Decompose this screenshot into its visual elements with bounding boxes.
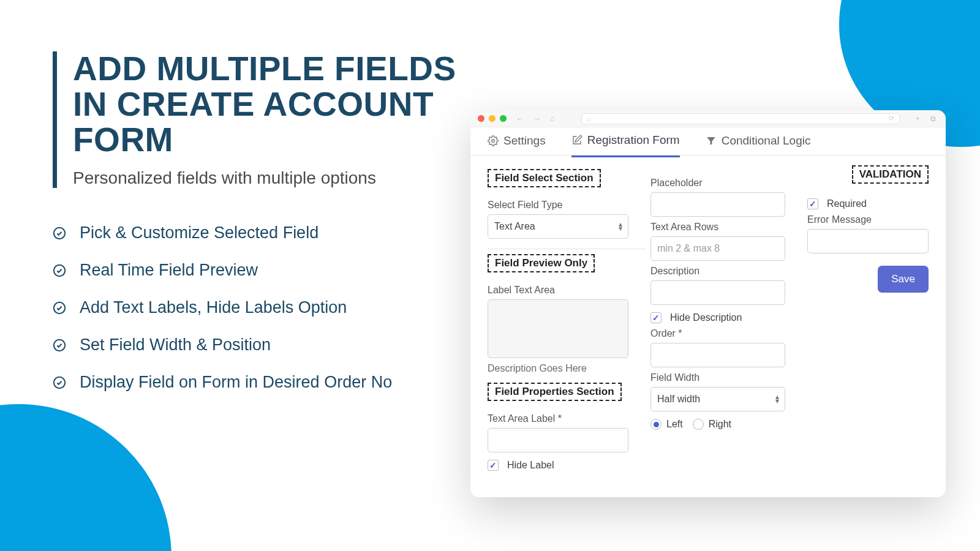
- position-left-radio[interactable]: [650, 419, 662, 430]
- copy-icon[interactable]: ⧉: [928, 114, 938, 123]
- hide-label-text: Hide Label: [507, 460, 554, 471]
- gear-icon: [488, 135, 499, 146]
- check-circle-icon: [53, 264, 66, 277]
- section-field-select: Field Select Section: [488, 169, 601, 187]
- check-circle-icon: [53, 376, 66, 389]
- tab-settings[interactable]: Settings: [488, 134, 546, 156]
- feature-item: Display Field on Form in Desired Order N…: [53, 373, 457, 392]
- filter-icon: [706, 135, 717, 146]
- feature-list: Pick & Customize Selected Field Real Tim…: [53, 223, 457, 392]
- placeholder-label: Placeholder: [650, 178, 785, 189]
- check-circle-icon: [53, 301, 66, 315]
- order-input[interactable]: [650, 343, 785, 367]
- text-area-rows-input[interactable]: [650, 236, 785, 261]
- section-field-properties: Field Properties Section: [488, 383, 622, 401]
- edit-icon: [571, 135, 582, 146]
- feature-item: Set Field Width & Position: [53, 335, 457, 354]
- new-tab-icon[interactable]: ＋: [911, 113, 924, 124]
- description-label: Description: [650, 266, 785, 277]
- preview-description-hint: Description Goes Here: [488, 363, 628, 374]
- page-subtitle: Personalized fields with multiple option…: [73, 168, 457, 188]
- select-field-type-label: Select Field Type: [488, 200, 628, 211]
- section-validation: VALIDATION: [852, 165, 929, 184]
- page-title: ADD MULTIPLE FIELDS IN CREATE ACCOUNT FO…: [73, 51, 457, 157]
- tab-label: Settings: [503, 134, 546, 148]
- feature-item: Pick & Customize Selected Field: [53, 223, 457, 242]
- hero-left-column: ADD MULTIPLE FIELDS IN CREATE ACCOUNT FO…: [53, 51, 457, 410]
- column-left: Field Select Section Select Field Type T…: [488, 164, 628, 486]
- nav-back-icon[interactable]: ←: [516, 114, 524, 123]
- section-field-preview: Field Preview Only: [488, 254, 595, 272]
- svg-point-5: [492, 139, 495, 142]
- position-left-label: Left: [666, 419, 683, 430]
- placeholder-input[interactable]: [650, 192, 785, 217]
- address-bar[interactable]: ⌕ ⟳: [581, 113, 900, 124]
- chevron-updown-icon: ▴▾: [619, 222, 622, 231]
- hide-label-checkbox[interactable]: ✓: [488, 460, 499, 471]
- tab-registration-form[interactable]: Registration Form: [571, 133, 680, 157]
- feature-item: Add Text Labels, Hide Labels Option: [53, 298, 457, 317]
- divider: [488, 249, 646, 249]
- feature-text: Display Field on Form in Desired Order N…: [80, 373, 392, 392]
- position-radio-group: Left Right: [650, 419, 785, 430]
- tab-label: Registration Form: [587, 133, 680, 147]
- tab-conditional-logic[interactable]: Conditional Logic: [706, 134, 811, 156]
- browser-mockup: ← → ⌂ ⌕ ⟳ ＋ ⧉ Settings Registration Form…: [470, 110, 946, 497]
- description-input[interactable]: [650, 280, 785, 305]
- decorative-blob-bottom-left: [0, 404, 172, 551]
- feature-text: Set Field Width & Position: [80, 335, 271, 354]
- feature-text: Add Text Labels, Hide Labels Option: [80, 298, 347, 317]
- nav-forward-icon[interactable]: →: [533, 114, 541, 123]
- error-message-label: Error Message: [807, 214, 929, 225]
- required-text: Required: [827, 198, 867, 209]
- panel-body: Field Select Section Select Field Type T…: [470, 156, 946, 497]
- feature-text: Real Time Field Preview: [80, 261, 258, 280]
- label-text-area-label: Label Text Area: [488, 285, 628, 296]
- hide-description-text: Hide Description: [670, 312, 742, 323]
- field-width-select[interactable]: Half width: [650, 387, 785, 411]
- nav-home-icon[interactable]: ⌂: [550, 114, 555, 123]
- feature-item: Real Time Field Preview: [53, 261, 457, 280]
- preview-textarea[interactable]: [488, 299, 628, 358]
- column-middle: Placeholder Text Area Rows Description ✓…: [650, 164, 785, 486]
- hide-description-checkbox[interactable]: ✓: [650, 312, 662, 323]
- traffic-light-close-icon[interactable]: [478, 115, 484, 122]
- check-circle-icon: [53, 227, 66, 240]
- search-icon: ⌕: [587, 115, 591, 122]
- traffic-light-minimize-icon[interactable]: [489, 115, 496, 122]
- required-checkbox[interactable]: ✓: [807, 198, 818, 209]
- column-right: VALIDATION ✓ Required Error Message Save: [807, 164, 929, 486]
- traffic-light-maximize-icon[interactable]: [500, 115, 507, 122]
- text-area-rows-label: Text Area Rows: [650, 222, 785, 233]
- tabs-bar: Settings Registration Form Conditional L…: [470, 127, 946, 156]
- order-label: Order *: [650, 328, 785, 339]
- field-width-label: Field Width: [650, 372, 785, 383]
- save-button[interactable]: Save: [878, 266, 929, 293]
- select-field-type[interactable]: Text Area: [488, 214, 628, 239]
- position-right-label: Right: [709, 419, 731, 430]
- text-area-label-lbl: Text Area Label *: [488, 413, 628, 424]
- title-block: ADD MULTIPLE FIELDS IN CREATE ACCOUNT FO…: [53, 51, 457, 188]
- check-circle-icon: [53, 339, 66, 352]
- refresh-icon[interactable]: ⟳: [889, 114, 894, 122]
- browser-chrome: ← → ⌂ ⌕ ⟳ ＋ ⧉: [470, 110, 946, 127]
- position-right-radio[interactable]: [693, 419, 704, 430]
- error-message-input[interactable]: [807, 229, 929, 253]
- text-area-label-input[interactable]: [488, 428, 628, 452]
- tab-label: Conditional Logic: [722, 134, 811, 148]
- feature-text: Pick & Customize Selected Field: [80, 223, 318, 242]
- chevron-updown-icon: ▴▾: [775, 395, 779, 403]
